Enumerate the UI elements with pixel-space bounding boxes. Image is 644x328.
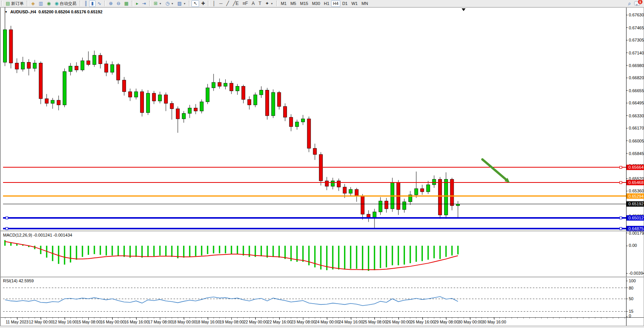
toolbar-market-watch-button[interactable]: ▥ <box>37 0 45 7</box>
toolbar-text-label-button[interactable]: T <box>257 0 263 7</box>
toolbar-tf-d1-button[interactable]: D1 <box>340 0 349 7</box>
line-handle[interactable] <box>620 181 622 184</box>
search-icon[interactable]: ⌕ <box>628 0 631 7</box>
candle-body <box>301 119 305 122</box>
toolbar-text-button[interactable]: A <box>250 0 257 7</box>
line-handle[interactable] <box>620 227 622 230</box>
price-chip-label: 0.65294 <box>628 194 644 198</box>
toolbar-bar-chart-button[interactable]: ║ <box>82 0 89 7</box>
toolbar-tf-mn-button[interactable]: MN <box>360 0 370 7</box>
candle-body <box>51 100 54 103</box>
candle-body <box>105 64 108 72</box>
toolbar-cursor-button[interactable]: ↖ <box>191 0 199 7</box>
candle-body <box>75 66 78 70</box>
toolbar-fibonacci-retracement-button[interactable]: ≡F <box>241 0 250 7</box>
toolbar-equidistant-channel-button[interactable]: ╱E <box>231 0 241 7</box>
toolbar-chart-shift-button[interactable]: ⇥ <box>140 0 148 7</box>
candle-body <box>253 95 257 105</box>
toolbar-line-chart-button[interactable]: ∿ <box>96 0 103 7</box>
price-axis-label: 0.66820 <box>629 75 644 80</box>
signals-icon: ◉ <box>47 1 51 6</box>
toolbar-tf-w1-button[interactable]: W1 <box>349 0 360 7</box>
candle-body <box>414 189 418 195</box>
candle-body <box>21 62 24 69</box>
new-chart-icon: ⊞ <box>154 1 158 6</box>
candle-body <box>230 83 233 91</box>
candle-body <box>426 185 430 192</box>
toolbar-signals-button[interactable]: ◉ <box>45 0 53 7</box>
new-chart-caret-icon[interactable]: ▼ <box>159 2 162 5</box>
candle-body <box>355 189 358 196</box>
line-handle[interactable] <box>6 217 8 219</box>
toolbar-crosshair-button[interactable]: ✚ <box>199 0 207 7</box>
toolbar-tile-windows-button[interactable]: ▦ <box>122 0 130 7</box>
toolbar-zoom-in-button[interactable]: ⊕ <box>107 0 115 7</box>
candle-body <box>27 62 30 68</box>
time-axis-label: 29 May 08:00 <box>434 320 459 324</box>
candle-body <box>170 103 174 109</box>
tf-m15-label: M15 <box>300 1 308 6</box>
time-axis-label: 22 May 16:00 <box>267 320 292 324</box>
toolbar-trendline-button[interactable]: ╱ <box>224 0 231 7</box>
price-chip-label: 0.64875 <box>628 226 644 231</box>
toolbar-tf-m30-button[interactable]: M30 <box>310 0 322 7</box>
chart-shift-marker[interactable] <box>462 8 465 11</box>
chart-symbol-period: AUDUSD-,H4 <box>10 10 36 14</box>
time-axis-label: 16 May 00:00 <box>100 320 125 324</box>
candle-body <box>361 196 364 214</box>
line-handle[interactable] <box>620 166 622 168</box>
toolbar-vertical-line-button[interactable]: │ <box>210 0 217 7</box>
price-chip-label: 0.65664 <box>628 165 644 170</box>
time-periods-icon: ◷ <box>166 1 169 6</box>
time-axis-label: 18 May 16:00 <box>196 320 220 324</box>
toolbar-new-chart-button[interactable]: ⊞▼ <box>152 0 164 7</box>
candle-body <box>236 86 239 91</box>
time-axis-label: 19 May 08:00 <box>220 320 244 324</box>
time-axis-label: 26 May 00:00 <box>387 320 411 324</box>
chart-title-dropdown-icon[interactable]: ▼ <box>5 10 8 14</box>
toolbar: ▤新订单◈▥◉◉自动交易║▮∿⊕⊖▦▸⇥⊞▼◷▼▨▼↖✚│─╱╱E≡FAT✦▼M… <box>0 0 644 7</box>
toolbar-tf-h1-button[interactable]: H1 <box>322 0 331 7</box>
time-periods-caret-icon[interactable]: ▼ <box>171 2 174 5</box>
candle-body <box>92 55 96 64</box>
toolbar-auto-scroll-button[interactable]: ▸ <box>134 0 140 7</box>
time-axis-label: 22 May 00:00 <box>244 320 268 324</box>
candle-body <box>116 64 120 80</box>
toolbar-templates-button[interactable]: ▨▼ <box>175 0 188 7</box>
arrows-caret-icon[interactable]: ▼ <box>271 2 273 5</box>
new-order-label: 新订单 <box>11 1 24 6</box>
toolbar-arrows-button[interactable]: ✦▼ <box>263 0 275 7</box>
line-handle[interactable] <box>620 217 622 219</box>
arrow-annotation[interactable] <box>482 159 506 179</box>
candle-body <box>3 30 7 62</box>
toolbar-zoom-out-button[interactable]: ⊖ <box>115 0 122 7</box>
candle-body <box>373 212 376 217</box>
candle-body <box>266 90 269 116</box>
toolbar-tf-m1-button[interactable]: M1 <box>279 0 289 7</box>
toolbar-tf-m15-button[interactable]: M15 <box>298 0 310 7</box>
time-axis-label: 24 May 16:00 <box>339 320 363 324</box>
toolbar-auto-trading-button[interactable]: ◉自动交易 <box>53 0 78 7</box>
notification-badge: 1 <box>638 0 642 4</box>
toolbar-new-order-button[interactable]: ▤新订单 <box>4 0 26 7</box>
candle-body <box>200 102 203 111</box>
line-handle[interactable] <box>6 227 8 230</box>
toolbar-time-periods-button[interactable]: ◷▼ <box>164 0 175 7</box>
candle-body <box>284 106 287 117</box>
toolbar-separator <box>132 1 133 6</box>
candle-body <box>134 92 138 97</box>
candle-body <box>224 83 227 86</box>
chat-notification-button[interactable]: 1 <box>634 1 640 6</box>
price-chip-label: 0.65192 <box>628 202 644 206</box>
candlestick-chart-icon: ▮ <box>91 1 94 6</box>
price-axis-label: 0.66980 <box>629 63 644 68</box>
toolbar-candlestick-chart-button[interactable]: ▮ <box>89 0 96 7</box>
candle-body <box>367 214 370 217</box>
candle-body <box>331 181 335 186</box>
templates-caret-icon[interactable]: ▼ <box>183 2 186 5</box>
toolbar-styler-button[interactable]: ◈ <box>29 0 37 7</box>
toolbar-tf-m5-button[interactable]: M5 <box>289 0 298 7</box>
toolbar-tf-h4-button[interactable]: H4 <box>331 0 340 7</box>
line-chart-icon: ∿ <box>97 1 101 6</box>
toolbar-horizontal-line-button[interactable]: ─ <box>217 0 225 7</box>
